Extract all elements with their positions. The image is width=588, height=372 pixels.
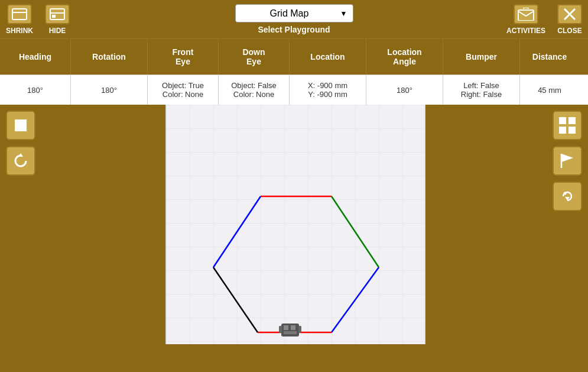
rotate-button[interactable] [553,182,582,211]
cell-bumper: Left: False Right: False [443,75,520,105]
hide-icon [50,8,65,20]
grid-view-button[interactable] [553,111,582,140]
activities-button[interactable]: ACTIVITIES [506,4,545,35]
hide-label: HIDE [49,27,66,35]
col-location: Location [290,39,366,75]
grid-map[interactable] [165,105,425,344]
cell-down-eye: Object: False Color: None [219,75,290,105]
reset-button[interactable] [6,146,35,176]
col-front-eye: FrontEye [148,39,219,75]
center-controls: Grid Map Street Map Satellite Select Pla… [235,4,353,34]
col-rotation: Rotation [71,39,148,75]
svg-point-30 [564,192,567,195]
side-right-buttons [553,111,582,211]
table-row: 180° 180° Object: True Color: None Objec… [0,75,588,105]
activities-icon [518,8,534,21]
svg-rect-22 [298,326,301,333]
rotate-icon [558,187,576,205]
svg-rect-10 [166,105,425,344]
top-right-buttons: ACTIVITIES CLOSE [506,4,582,35]
grid-view-icon [558,116,577,135]
shrink-icon [12,8,27,20]
close-icon [563,7,577,21]
svg-rect-25 [559,127,566,134]
shrink-label: SHRINK [6,27,33,35]
reset-icon [12,153,29,169]
top-bar: SHRINK HIDE Grid Map Street Map Satellit… [0,0,588,38]
svg-rect-18 [284,325,288,330]
shrink-button[interactable]: SHRINK [6,4,33,35]
main-content [0,105,588,344]
flag-button[interactable] [553,146,582,176]
cell-distance: 45 mm [520,75,579,105]
side-left-buttons [6,111,35,176]
map-dropdown-wrapper[interactable]: Grid Map Street Map Satellite [235,4,353,22]
activities-icon-box [514,4,538,24]
cell-location-angle: 180° [366,75,443,105]
svg-rect-26 [568,127,576,134]
svg-rect-2 [50,9,64,20]
flag-icon [558,152,576,170]
activities-label: ACTIVITIES [506,27,545,35]
svg-rect-0 [12,9,27,20]
col-down-eye: DownEye [219,39,290,75]
svg-rect-23 [559,117,566,124]
cell-heading: 180° [0,75,71,105]
hide-icon-box [45,4,70,24]
table-header: Heading Rotation FrontEye DownEye Locati… [0,38,588,75]
col-bumper: Bumper [443,39,520,75]
col-distance: Distance [520,39,579,75]
svg-marker-28 [561,154,573,162]
svg-rect-21 [279,326,282,333]
grid-svg [166,105,425,344]
stop-icon [12,117,29,134]
svg-rect-8 [15,119,27,131]
cell-rotation: 180° [71,75,148,105]
cell-front-eye: Object: True Color: None [148,75,219,105]
svg-rect-20 [284,331,297,334]
col-heading: Heading [0,39,71,75]
svg-rect-19 [291,325,295,330]
svg-rect-24 [568,117,576,124]
svg-rect-4 [52,15,56,18]
select-playground-label: Select Playground [258,25,330,34]
stop-button[interactable] [6,111,35,140]
shrink-icon-box [7,4,32,24]
cell-location: X: -900 mm Y: -900 mm [290,75,366,105]
hide-button[interactable]: HIDE [45,4,70,35]
close-button[interactable]: CLOSE [557,4,582,35]
top-left-buttons: SHRINK HIDE [6,4,70,35]
col-location-angle: LocationAngle [366,39,443,75]
close-label: CLOSE [557,27,581,35]
close-icon-box [557,4,582,24]
map-type-select[interactable]: Grid Map Street Map Satellite [235,4,353,22]
